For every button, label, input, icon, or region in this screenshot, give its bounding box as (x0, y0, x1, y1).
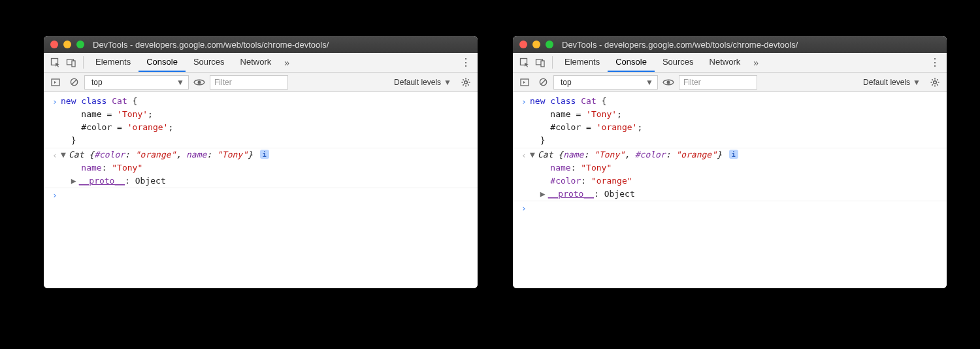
svg-line-30 (932, 84, 932, 85)
context-selector-value: top (91, 78, 103, 87)
chevron-down-icon: ▼ (176, 78, 184, 87)
inspect-icon[interactable] (48, 53, 63, 72)
window-title: DevTools - developers.google.com/web/too… (93, 40, 329, 50)
sidebar-toggle-icon[interactable] (517, 75, 532, 90)
console-toolbar: top ▼ Filter Default levels ▼ (44, 73, 478, 92)
tab-console[interactable]: Console (139, 53, 186, 72)
object-property[interactable]: name (81, 163, 101, 173)
tab-network[interactable]: Network (702, 53, 749, 72)
svg-line-29 (937, 84, 938, 85)
input-chevron-icon: › (49, 95, 61, 148)
console-output: ▼Cat {name: "Tony", #color: "orange"} i … (530, 148, 941, 201)
expand-triangle-icon[interactable]: ▼ (530, 148, 538, 161)
console-prompt[interactable] (530, 201, 941, 215)
object-property[interactable]: name (550, 163, 570, 173)
output-chevron-icon: ‹ (49, 148, 61, 188)
console-output-row: ‹ ▼Cat {name: "Tony", #color: "orange"} … (513, 148, 947, 202)
devtools-window: DevTools - developers.google.com/web/too… (44, 36, 478, 288)
window-title: DevTools - developers.google.com/web/too… (562, 40, 798, 50)
svg-point-22 (667, 80, 670, 84)
maximize-window-button[interactable] (76, 41, 84, 48)
more-tabs-chevron-icon[interactable]: » (279, 53, 295, 72)
console-prompt[interactable] (61, 188, 472, 202)
chevron-down-icon: ▼ (444, 78, 451, 87)
info-badge-icon[interactable]: i (260, 150, 269, 159)
tab-bar: Elements Console Sources Network » ⋮ (513, 53, 947, 73)
proto-property[interactable]: __proto__ (79, 176, 125, 186)
expand-triangle-icon[interactable]: ▶ (540, 188, 548, 201)
tab-elements[interactable]: Elements (88, 53, 139, 72)
chevron-down-icon: ▼ (645, 78, 653, 87)
more-tabs-chevron-icon[interactable]: » (748, 53, 764, 72)
svg-line-13 (468, 84, 468, 85)
svg-line-5 (72, 80, 76, 84)
panel-tabs: Elements Console Sources Network (88, 53, 279, 72)
console-body[interactable]: › new class Cat { name = 'Tony'; #color … (513, 92, 947, 288)
filter-input[interactable]: Filter (679, 75, 757, 90)
device-toolbar-icon[interactable] (63, 53, 79, 72)
live-expression-eye-icon[interactable] (191, 75, 207, 90)
console-input-row: › new class Cat { name = 'Tony'; #color … (513, 95, 947, 148)
console-toolbar: top ▼ Filter Default levels ▼ (513, 73, 947, 92)
context-selector[interactable]: top ▼ (553, 75, 658, 90)
filter-placeholder: Filter (214, 78, 232, 87)
input-chevron-icon: › (518, 95, 530, 148)
maximize-window-button[interactable] (546, 41, 553, 48)
svg-point-23 (934, 80, 937, 84)
object-summary[interactable]: Cat {#color: "orange", name: "Tony"} (69, 150, 253, 159)
settings-kebab-icon[interactable]: ⋮ (458, 53, 474, 72)
console-input-row: › new class Cat { name = 'Tony'; #color … (44, 95, 478, 148)
console-settings-gear-icon[interactable] (458, 75, 474, 90)
svg-line-14 (463, 84, 463, 85)
svg-rect-2 (72, 61, 75, 67)
tab-sources[interactable]: Sources (655, 53, 702, 72)
console-body[interactable]: › new class Cat { name = 'Tony'; #color … (44, 92, 478, 288)
context-selector[interactable]: top ▼ (84, 75, 189, 90)
close-window-button[interactable] (50, 41, 58, 48)
object-summary[interactable]: Cat {name: "Tony", #color: "orange"} (538, 150, 722, 159)
console-prompt-row[interactable]: › (44, 188, 478, 202)
clear-console-icon[interactable] (66, 75, 82, 90)
console-settings-gear-icon[interactable] (927, 75, 943, 90)
log-levels-selector[interactable]: Default levels ▼ (859, 78, 924, 87)
console-prompt-row[interactable]: › (513, 201, 947, 215)
minimize-window-button[interactable] (63, 41, 71, 48)
tab-network[interactable]: Network (233, 53, 280, 72)
console-input-code: new class Cat { name = 'Tony'; #color = … (530, 95, 941, 148)
clear-console-icon[interactable] (535, 75, 551, 90)
inspect-icon[interactable] (517, 53, 532, 72)
svg-point-7 (465, 80, 468, 84)
log-levels-label: Default levels (863, 78, 910, 87)
svg-line-15 (468, 79, 468, 80)
context-selector-value: top (561, 78, 572, 87)
svg-rect-18 (541, 61, 544, 67)
titlebar: DevTools - developers.google.com/web/too… (44, 36, 478, 53)
window-controls (519, 41, 553, 48)
expand-triangle-icon[interactable]: ▼ (61, 148, 69, 161)
settings-kebab-icon[interactable]: ⋮ (927, 53, 943, 72)
svg-point-6 (198, 80, 201, 84)
chevron-down-icon: ▼ (913, 78, 921, 87)
svg-line-28 (932, 79, 932, 80)
tab-elements[interactable]: Elements (557, 53, 608, 72)
filter-input[interactable]: Filter (210, 75, 288, 90)
devtools-window: DevTools - developers.google.com/web/too… (513, 36, 947, 288)
device-toolbar-icon[interactable] (532, 53, 548, 72)
expand-triangle-icon[interactable]: ▶ (71, 174, 79, 188)
minimize-window-button[interactable] (532, 41, 540, 48)
console-input-code: new class Cat { name = 'Tony'; #color = … (61, 95, 472, 148)
sidebar-toggle-icon[interactable] (48, 75, 63, 90)
live-expression-eye-icon[interactable] (661, 75, 676, 90)
info-badge-icon[interactable]: i (729, 150, 738, 159)
proto-property[interactable]: __proto__ (548, 189, 594, 199)
object-property[interactable]: #color (550, 176, 581, 186)
close-window-button[interactable] (519, 41, 527, 48)
tab-sources[interactable]: Sources (186, 53, 233, 72)
titlebar: DevTools - developers.google.com/web/too… (513, 36, 947, 53)
log-levels-selector[interactable]: Default levels ▼ (390, 78, 455, 87)
tab-console[interactable]: Console (608, 53, 655, 72)
output-chevron-icon: ‹ (518, 148, 530, 201)
svg-line-31 (937, 79, 938, 80)
filter-placeholder: Filter (683, 78, 701, 87)
tab-bar: Elements Console Sources Network » ⋮ (44, 53, 478, 73)
